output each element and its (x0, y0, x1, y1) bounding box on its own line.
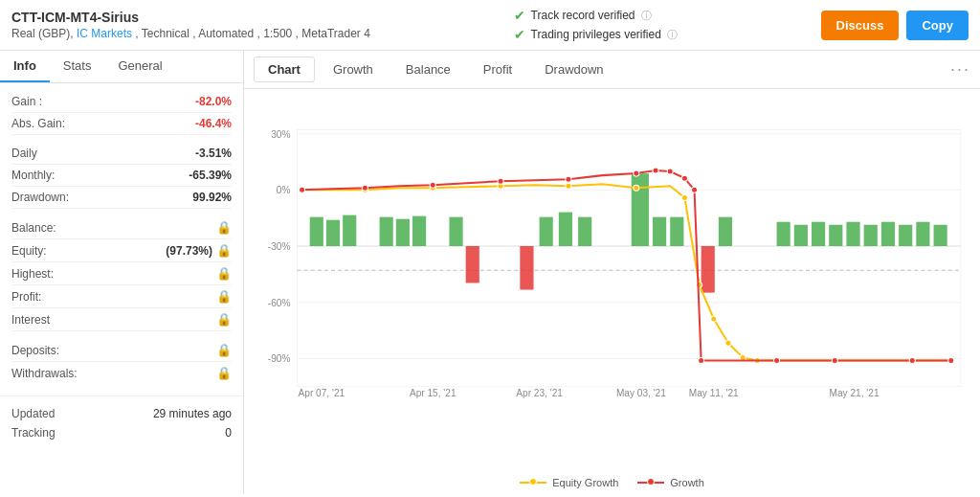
tab-general[interactable]: General (104, 51, 175, 82)
chart-tab-balance[interactable]: Balance (391, 56, 465, 82)
svg-rect-16 (396, 219, 410, 246)
balance-lock-icon: 🔒 (216, 220, 232, 235)
svg-text:0%: 0% (277, 185, 291, 195)
svg-rect-15 (380, 217, 393, 246)
ic-markets-link[interactable]: IC Markets (77, 27, 132, 40)
legend-growth-label: Growth (670, 477, 703, 488)
svg-text:Apr 15, '21: Apr 15, '21 (410, 388, 457, 398)
trading-privileges-label: Trading privileges verified (531, 28, 661, 41)
svg-text:May 03, '21: May 03, '21 (616, 388, 666, 398)
svg-rect-14 (343, 215, 356, 246)
chart-tab-drawdown[interactable]: Drawdown (530, 56, 617, 82)
svg-rect-24 (632, 173, 649, 246)
svg-point-61 (681, 175, 687, 181)
svg-point-56 (498, 178, 503, 184)
svg-point-59 (653, 168, 658, 173)
gain-value: -82.0% (195, 95, 232, 108)
profit-lock-icon: 🔒 (216, 289, 232, 304)
legend-equity-growth: Equity Growth (520, 477, 618, 488)
svg-point-63 (699, 357, 704, 363)
svg-rect-23 (578, 217, 591, 246)
legend-equity-label: Equity Growth (552, 477, 618, 488)
chart-svg: 30% 0% -30% -60% -90% (254, 99, 970, 471)
equity-lock-icon: 🔒 (216, 243, 232, 258)
svg-rect-18 (449, 217, 462, 246)
svg-rect-19 (466, 246, 479, 282)
svg-rect-12 (310, 217, 323, 246)
svg-point-45 (681, 194, 687, 200)
monthly-label: Monthly: (11, 169, 55, 182)
svg-point-47 (711, 316, 717, 322)
svg-rect-21 (540, 217, 553, 246)
equity-row: Equity: (97.73%) 🔒 (11, 239, 232, 262)
equity-value: (97.73%) (166, 244, 212, 258)
highest-row: Highest: 🔒 (11, 262, 232, 285)
balance-label: Balance: (11, 221, 56, 235)
tab-info[interactable]: Info (0, 51, 50, 82)
abs-gain-value: -46.4% (195, 117, 232, 130)
svg-text:-90%: -90% (268, 353, 291, 364)
balance-row: Balance: 🔒 (11, 216, 232, 239)
check-icon-1: ✔ (514, 8, 525, 23)
svg-text:Apr 23, '21: Apr 23, '21 (516, 388, 563, 398)
svg-text:-30%: -30% (268, 241, 291, 252)
svg-text:May 21, '21: May 21, '21 (830, 388, 880, 398)
tracking-row: Tracking 0 (11, 423, 232, 442)
svg-rect-29 (777, 222, 791, 246)
trading-privileges-item: ✔ Trading privileges verified ⓘ (514, 27, 678, 42)
svg-point-66 (909, 357, 915, 363)
withdrawals-row: Withdrawals: 🔒 (11, 362, 232, 384)
check-icon-2: ✔ (514, 27, 525, 42)
interest-lock-icon: 🔒 (216, 312, 232, 327)
svg-rect-36 (899, 225, 912, 246)
info-icon-1[interactable]: ⓘ (641, 9, 652, 23)
updated-label: Updated (11, 407, 55, 420)
track-record-item: ✔ Track record verified ⓘ (514, 8, 678, 23)
svg-rect-17 (412, 216, 426, 246)
svg-point-44 (634, 185, 639, 191)
drawdown-label: Drawdown: (11, 191, 69, 204)
info-icon-2[interactable]: ⓘ (667, 28, 678, 42)
withdrawals-lock-icon: 🔒 (216, 366, 232, 380)
svg-point-57 (566, 176, 571, 182)
interest-label: Interest (11, 313, 50, 327)
main-content: Info Stats General Gain : -82.0% Abs. Ga… (0, 51, 980, 494)
daily-value: -3.51% (195, 147, 232, 160)
svg-rect-25 (653, 217, 666, 246)
abs-gain-label: Abs. Gain: (11, 117, 65, 130)
tracking-label: Tracking (11, 426, 56, 440)
tracking-value: 0 (225, 426, 232, 440)
svg-rect-28 (719, 217, 732, 246)
withdrawals-label: Withdrawals: (11, 367, 78, 380)
deposits-label: Deposits: (11, 344, 59, 357)
profit-row: Profit: 🔒 (11, 285, 232, 308)
chart-tab-chart[interactable]: Chart (254, 56, 315, 82)
discuss-button[interactable]: Discuss (821, 11, 900, 40)
svg-text:30%: 30% (271, 129, 290, 140)
chart-more-button[interactable]: ··· (950, 59, 970, 79)
highest-label: Highest: (11, 267, 54, 281)
svg-text:Apr 07, '21: Apr 07, '21 (299, 388, 345, 398)
account-info: CTT-ICM-MT4-Sirius Real (GBP), IC Market… (11, 10, 370, 40)
svg-rect-37 (916, 222, 929, 246)
info-section: Gain : -82.0% Abs. Gain: -46.4% Daily -3… (0, 83, 243, 392)
svg-rect-35 (881, 222, 895, 246)
left-tabs: Info Stats General (0, 51, 243, 83)
tab-stats[interactable]: Stats (50, 51, 105, 82)
chart-tab-profit[interactable]: Profit (469, 56, 526, 82)
chart-legend: Equity Growth Growth (244, 471, 980, 494)
svg-point-67 (948, 357, 954, 363)
svg-point-48 (725, 340, 731, 346)
equity-label: Equity: (11, 244, 47, 258)
drawdown-row: Drawdown: 99.92% (11, 187, 232, 209)
svg-rect-20 (520, 246, 533, 290)
track-record-label: Track record verified (531, 9, 635, 22)
legend-growth: Growth (637, 477, 703, 488)
footer-section: Updated 29 minutes ago Tracking 0 (0, 395, 243, 450)
svg-rect-33 (846, 222, 859, 246)
copy-button[interactable]: Copy (906, 11, 969, 40)
account-title: CTT-ICM-MT4-Sirius (11, 10, 370, 25)
account-subtitle: Real (GBP), IC Markets , Technical , Aut… (11, 27, 370, 40)
chart-tab-growth[interactable]: Growth (319, 56, 388, 82)
svg-rect-0 (298, 130, 961, 387)
